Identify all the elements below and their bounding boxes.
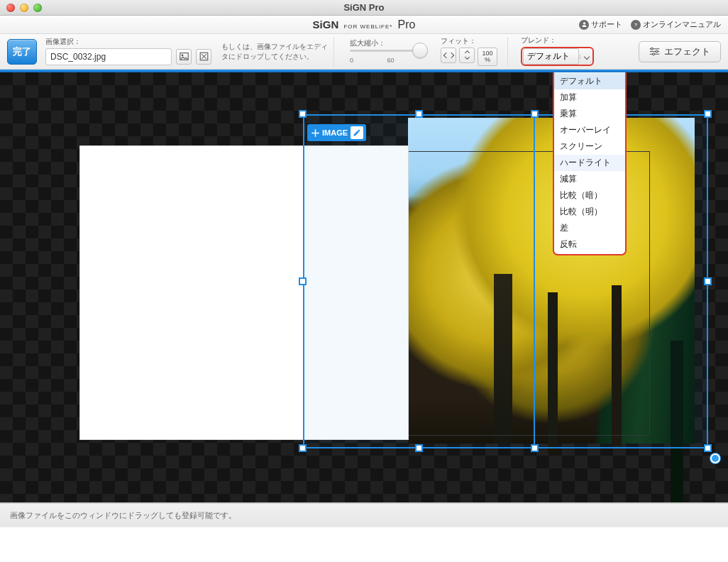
- footer-text: 画像ファイルをこのウィンドウにドラッグしても登録可能です。: [10, 510, 236, 521]
- svg-point-6: [653, 53, 655, 55]
- help-icon: ?: [631, 20, 641, 30]
- resize-handle-w[interactable]: [299, 277, 307, 285]
- user-icon: [579, 20, 589, 30]
- zoom-slider-knob[interactable]: [412, 43, 428, 58]
- window-title: SiGN Pro: [0, 2, 728, 13]
- blend-select[interactable]: デフォルト: [521, 47, 594, 66]
- resize-handle-se-inner[interactable]: [531, 444, 539, 452]
- blend-option[interactable]: 減算: [554, 171, 625, 187]
- resize-handle-ne[interactable]: [704, 110, 712, 118]
- manual-link-label: オンラインマニュアル: [643, 19, 721, 30]
- svg-text:?: ?: [634, 22, 637, 27]
- blend-option[interactable]: デフォルト: [554, 73, 625, 89]
- clear-image-button[interactable]: [196, 49, 211, 65]
- blend-select-value: デフォルト: [523, 48, 579, 65]
- logo-subtitle: FOR WEBLiFE*: [343, 23, 392, 30]
- blend-option[interactable]: 乗算: [554, 106, 625, 122]
- drop-hint: もしくは、画像ファイルをエディタにドロップしてください。: [221, 42, 328, 62]
- minimize-window-button[interactable]: [20, 4, 28, 12]
- done-button[interactable]: 完了: [7, 39, 37, 65]
- blend-option[interactable]: 反転: [554, 236, 625, 253]
- image-icon: [180, 52, 189, 61]
- resize-handle-n[interactable]: [415, 110, 423, 118]
- close-window-button[interactable]: [6, 4, 15, 12]
- blend-label: ブレンド：: [521, 37, 594, 44]
- effect-button-label: エフェクト: [664, 45, 710, 58]
- fit-vertical-button[interactable]: [459, 48, 475, 63]
- fit-horizontal-button[interactable]: [441, 48, 456, 63]
- app-header: SiGN FOR WEBLiFE* Pro サポート ? オンラインマニュアル: [0, 16, 728, 34]
- clear-image-icon: [199, 52, 209, 61]
- resize-handle-s[interactable]: [415, 444, 423, 452]
- effect-button[interactable]: エフェクト: [639, 41, 721, 62]
- chevron-down-icon: [580, 55, 592, 59]
- svg-point-4: [651, 48, 653, 50]
- image-select-group: 画像選択： DSC_0032.jpg: [45, 34, 211, 69]
- footer: 画像ファイルをこのウィンドウにドラッグしても登録可能です。: [0, 503, 728, 527]
- pencil-icon: [353, 128, 361, 137]
- blend-option[interactable]: スクリーン: [554, 138, 625, 155]
- blend-option[interactable]: オーバーレイ: [554, 122, 625, 138]
- rotate-handle[interactable]: [710, 453, 720, 463]
- edit-image-button[interactable]: [351, 126, 363, 139]
- image-badge[interactable]: IMAGE: [307, 124, 366, 141]
- arrow-down-icon: [464, 55, 469, 60]
- blend-option[interactable]: 比較（暗）: [554, 187, 625, 204]
- manual-link[interactable]: ? オンラインマニュアル: [631, 19, 721, 30]
- canvas-area[interactable]: IMAGE デフォルト加算乗算オーバーレイスクリーンハードライト減算比較（暗）比…: [0, 72, 728, 502]
- move-icon: [311, 129, 319, 137]
- blend-option[interactable]: ハードライト: [554, 155, 625, 171]
- zoom-mid: 60: [387, 57, 395, 64]
- support-link-label: サポート: [591, 19, 622, 30]
- zoom-slider[interactable]: 0 60: [350, 50, 428, 64]
- resize-handle-sw[interactable]: [299, 444, 307, 452]
- resize-handle-nw[interactable]: [299, 110, 307, 118]
- blend-group: ブレンド： デフォルト: [521, 34, 594, 69]
- blend-option[interactable]: 差: [554, 220, 625, 236]
- toolbar-separator: [333, 37, 334, 67]
- window-controls: [6, 4, 42, 12]
- image-select-label: 画像選択：: [45, 38, 211, 45]
- logo-edition: Pro: [398, 18, 416, 31]
- support-link[interactable]: サポート: [579, 19, 622, 30]
- svg-point-5: [656, 50, 658, 53]
- zoom-group: 拡大縮小： 0 60: [350, 34, 428, 69]
- fit-label: フィット：: [441, 38, 497, 45]
- browse-image-button[interactable]: [176, 49, 192, 65]
- fit-100pct-button[interactable]: 100 %: [478, 48, 497, 66]
- resize-handle-se[interactable]: [704, 444, 712, 452]
- pct-symbol: %: [485, 57, 490, 63]
- toolbar-separator-2: [507, 37, 508, 67]
- blend-dropdown-menu[interactable]: デフォルト加算乗算オーバーレイスクリーンハードライト減算比較（暗）比較（明）差反…: [553, 72, 627, 255]
- selection-box-inner[interactable]: [303, 114, 535, 448]
- mac-titlebar: SiGN Pro: [0, 0, 728, 16]
- blend-option[interactable]: 加算: [554, 89, 625, 106]
- toolbar: 完了 画像選択： DSC_0032.jpg もしくは、画像ファイルをエディタにド…: [0, 34, 728, 70]
- image-file-input[interactable]: DSC_0032.jpg: [45, 48, 172, 65]
- image-badge-label: IMAGE: [322, 128, 348, 137]
- resize-handle-e[interactable]: [704, 277, 712, 285]
- logo-brand: SiGN: [313, 18, 339, 31]
- sliders-icon: [649, 47, 660, 56]
- resize-handle-ne-inner[interactable]: [531, 110, 539, 118]
- fit-group: フィット： 100 %: [441, 34, 497, 69]
- arrow-right-icon: [448, 52, 453, 57]
- svg-point-2: [181, 55, 183, 57]
- zoom-min: 0: [350, 57, 353, 64]
- blend-option[interactable]: 比較（明）: [554, 204, 625, 220]
- maximize-window-button[interactable]: [33, 4, 42, 12]
